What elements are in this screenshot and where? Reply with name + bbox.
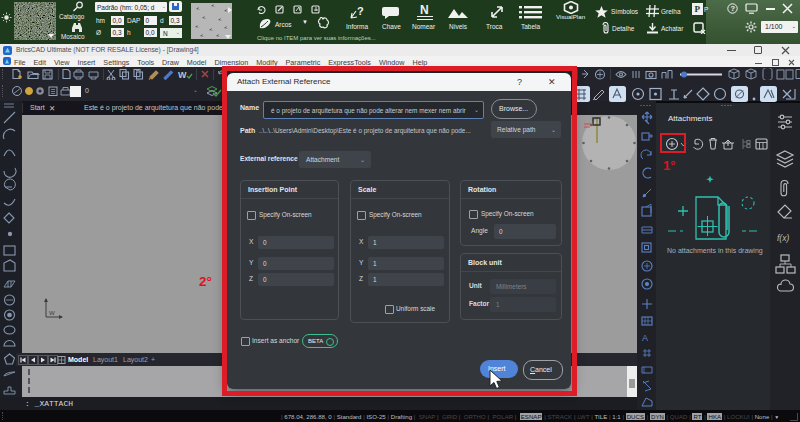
svg-text:?: ? [730, 4, 735, 13]
svg-text:A: A [642, 333, 648, 343]
svg-text:?: ? [357, 5, 364, 17]
svg-text:W: W [49, 310, 55, 316]
svg-text:W: W [178, 70, 187, 80]
svg-text:f(x): f(x) [777, 233, 789, 243]
